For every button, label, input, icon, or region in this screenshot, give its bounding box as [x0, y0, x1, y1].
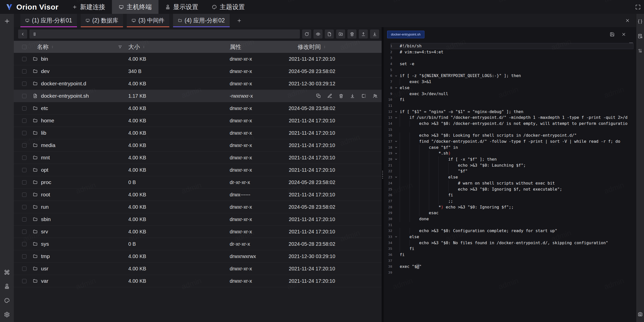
- new-tab-button[interactable]: [4, 18, 10, 24]
- fold-icon[interactable]: [392, 73, 400, 79]
- row-checkbox[interactable]: [22, 106, 26, 111]
- upload-button[interactable]: [359, 29, 368, 39]
- download-button[interactable]: [370, 29, 379, 39]
- file-row[interactable]: tmp4.00 KBdrwxrwxrwx2021-12-30 03:29:10: [14, 250, 382, 263]
- terminal-tab[interactable]: (3) 中间件: [127, 14, 169, 27]
- panel-resize-handle[interactable]: [382, 27, 384, 322]
- file-name[interactable]: usr: [41, 266, 48, 272]
- download-icon[interactable]: [350, 93, 355, 98]
- preview-button[interactable]: [313, 29, 323, 39]
- file-name[interactable]: var: [41, 278, 48, 284]
- sort-icon[interactable]: [51, 45, 54, 49]
- filter-icon[interactable]: [118, 45, 122, 49]
- select-all-checkbox[interactable]: [22, 45, 26, 49]
- row-checkbox[interactable]: [22, 168, 26, 172]
- file-row[interactable]: opt4.00 KBdrwxr-xr-x2021-11-24 17:20:10: [14, 164, 382, 176]
- camera-icon[interactable]: [637, 311, 643, 317]
- file-name[interactable]: run: [41, 204, 49, 210]
- edit-icon[interactable]: [327, 93, 332, 98]
- nav-item[interactable]: 主机终端: [112, 0, 158, 14]
- terminal-tab[interactable]: (1) 应用-分析01: [20, 14, 77, 27]
- file-name[interactable]: home: [41, 118, 54, 124]
- file-name[interactable]: dev: [41, 68, 50, 74]
- file-row[interactable]: run4.00 KBdrwxr-xr-x2024-05-28 23:58:02: [14, 201, 382, 213]
- fullscreen-icon[interactable]: [635, 4, 641, 10]
- file-row[interactable]: sys0 Bdr-xr-xr-x2024-05-28 23:58:02: [14, 238, 382, 250]
- file-name[interactable]: lib: [41, 130, 46, 136]
- row-checkbox[interactable]: [22, 267, 26, 271]
- permission-icon[interactable]: [373, 93, 378, 98]
- row-checkbox[interactable]: [22, 254, 26, 259]
- file-name[interactable]: mnt: [41, 155, 50, 161]
- file-name[interactable]: bin: [41, 56, 48, 62]
- back-button[interactable]: [18, 29, 27, 39]
- file-row[interactable]: bin4.00 KBdrwxr-xr-x2021-11-24 17:20:10: [14, 53, 382, 65]
- braces-icon[interactable]: [637, 19, 643, 24]
- delete-icon[interactable]: [339, 93, 344, 98]
- terminal-tab[interactable]: (4) 应用-分析02: [173, 14, 230, 27]
- new-file-button[interactable]: [325, 29, 334, 39]
- sort-lines-icon[interactable]: [637, 48, 643, 53]
- fold-icon[interactable]: [392, 174, 400, 180]
- palette-icon[interactable]: [4, 298, 10, 303]
- plus-icon[interactable]: [4, 18, 10, 24]
- move-icon[interactable]: [361, 93, 366, 98]
- doc-bookmark-icon[interactable]: [637, 33, 643, 39]
- row-checkbox[interactable]: [22, 230, 26, 234]
- sort-icon[interactable]: [142, 45, 145, 49]
- file-row[interactable]: sbin4.00 KBdrwxr-xr-x2021-11-24 17:20:10: [14, 213, 382, 226]
- row-checkbox[interactable]: [22, 156, 26, 160]
- row-checkbox[interactable]: [22, 217, 26, 222]
- sort-icon[interactable]: [323, 45, 326, 49]
- fold-icon[interactable]: [392, 145, 400, 151]
- stamp-icon[interactable]: [4, 283, 10, 289]
- file-name[interactable]: tmp: [41, 253, 50, 259]
- delete-button[interactable]: [347, 29, 356, 39]
- row-checkbox[interactable]: [22, 94, 26, 98]
- editor-file-tab[interactable]: docker-entrypoint.sh: [387, 31, 424, 38]
- command-icon[interactable]: [4, 269, 10, 275]
- file-name[interactable]: sbin: [41, 216, 51, 222]
- file-row[interactable]: mnt4.00 KBdrwxr-xr-x2021-11-24 17:20:10: [14, 152, 382, 164]
- file-row[interactable]: lib4.00 KBdrwxr-xr-x2021-11-24 17:20:10: [14, 127, 382, 139]
- fold-icon[interactable]: [392, 150, 400, 156]
- row-checkbox[interactable]: [22, 205, 26, 209]
- path-input[interactable]: [39, 31, 297, 37]
- file-name[interactable]: srv: [41, 229, 48, 235]
- save-icon[interactable]: [610, 32, 615, 37]
- fold-icon[interactable]: [392, 85, 400, 91]
- fold-icon[interactable]: [392, 156, 400, 162]
- row-checkbox[interactable]: [22, 180, 26, 185]
- row-checkbox[interactable]: [22, 57, 26, 61]
- row-checkbox[interactable]: [22, 69, 26, 74]
- terminal-tab[interactable]: (2) 数据库: [81, 14, 123, 27]
- file-name[interactable]: sys: [41, 241, 49, 247]
- nav-item[interactable]: 新建连接: [65, 0, 112, 14]
- row-checkbox[interactable]: [22, 131, 26, 135]
- refresh-button[interactable]: [302, 29, 311, 39]
- file-name[interactable]: opt: [41, 167, 48, 173]
- add-tab-button[interactable]: [233, 14, 245, 27]
- fold-icon[interactable]: [392, 234, 400, 240]
- row-checkbox[interactable]: [22, 119, 26, 123]
- file-row[interactable]: docker-entrypoint.d4.00 KBdrwxr-xr-x2021…: [14, 78, 382, 90]
- file-name[interactable]: proc: [41, 179, 51, 185]
- file-name[interactable]: etc: [41, 105, 48, 111]
- close-editor-icon[interactable]: [621, 32, 626, 37]
- file-row[interactable]: docker-entrypoint.sh1.17 KB-rwxrwxr-x: [14, 90, 382, 102]
- nav-item[interactable]: 主题设置: [205, 0, 252, 14]
- file-row[interactable]: root4.00 KBdrwx------2021-11-24 17:20:10: [14, 189, 382, 201]
- row-checkbox[interactable]: [22, 82, 26, 86]
- copy-icon[interactable]: [316, 93, 321, 98]
- file-row[interactable]: dev340 Bdrwxr-xr-x2024-05-28 23:58:02: [14, 65, 382, 78]
- fold-icon[interactable]: [392, 138, 400, 145]
- file-row[interactable]: srv4.00 KBdrwxr-xr-x2021-11-24 17:20:10: [14, 226, 382, 238]
- file-row[interactable]: var4.00 KBdrwxr-xr-x2021-11-24 17:20:10: [14, 275, 382, 287]
- row-checkbox[interactable]: [22, 193, 26, 197]
- fullscreen-icon[interactable]: [635, 4, 641, 10]
- gear-icon[interactable]: [4, 312, 10, 317]
- close-icon[interactable]: [625, 18, 630, 23]
- file-name[interactable]: docker-entrypoint.sh: [41, 93, 89, 99]
- file-row[interactable]: etc4.00 KBdrwxr-xr-x2024-05-28 23:58:02: [14, 102, 382, 115]
- row-checkbox[interactable]: [22, 143, 26, 148]
